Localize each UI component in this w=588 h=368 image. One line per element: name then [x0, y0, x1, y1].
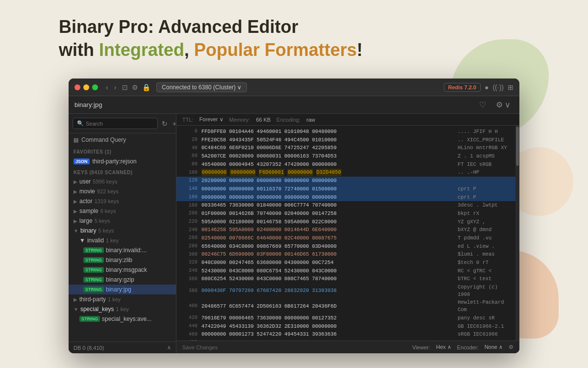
hex-offset: 440	[180, 323, 197, 330]
wifi-icon[interactable]: ((·))	[492, 83, 504, 91]
hex-row[interactable]: 24000146258595A0000024000000014644D6E640…	[176, 226, 515, 234]
viewer-select[interactable]: Hex ∧	[436, 344, 451, 350]
hex-ascii: GB IEC61966-2.1	[458, 323, 512, 330]
toolbar-settings-button[interactable]: ⚙ ∨	[493, 99, 514, 110]
chevron-down-icon: ▼	[74, 228, 78, 234]
search-input[interactable]	[86, 121, 153, 127]
hex-byte: 70740000	[257, 210, 281, 217]
status-gear-icon[interactable]: ⚙	[509, 344, 514, 350]
hex-byte: 00004945	[229, 161, 253, 168]
hex-row[interactable]: 320040C000000247465636800000430000000C72…	[176, 259, 515, 267]
hex-offset: 220	[180, 218, 197, 225]
hex-row[interactable]: 1600000000000000000000000000000000000000…	[176, 193, 515, 202]
chevron-right-icon: ▶	[74, 189, 77, 194]
hex-row[interactable]: 1400000000000000000001163707274000001500…	[176, 185, 515, 193]
tree-item-binary-invalid[interactable]: STRING binary:invalid:...	[69, 245, 176, 255]
back-button[interactable]: ‹	[104, 82, 110, 92]
hex-row[interactable]: 260025400000070666C6464000002C4000000887…	[176, 234, 515, 242]
tree-item-actor[interactable]: ▶ actor 1319 keys	[69, 196, 176, 206]
hex-row[interactable]: 42070616E7900006465736300000000000000127…	[176, 314, 515, 322]
refresh-button[interactable]: ↻	[161, 119, 169, 129]
minimize-button[interactable]	[83, 84, 89, 90]
hex-byte: 47420000	[284, 161, 309, 168]
tree-item-user[interactable]: ▶ user 5996 keys	[69, 177, 176, 186]
hex-byte: 65640000	[201, 243, 226, 250]
user-icon[interactable]: ●	[485, 83, 489, 91]
tree-item-binary-zlib[interactable]: STRING binary:zlib	[69, 255, 176, 265]
forward-button[interactable]: ›	[112, 82, 119, 92]
search-icon: 🔍	[77, 120, 84, 127]
favorites-item[interactable]: JSON third-party:rejson	[69, 156, 176, 167]
json-tag: JSON	[74, 158, 90, 164]
hex-row[interactable]: 1202020000000000000000000000000000000000…	[176, 177, 515, 185]
hex-offset: 200	[180, 210, 197, 217]
tree-item-special-keys-sub[interactable]: STRING special_keys:ave...	[69, 314, 176, 324]
hex-row[interactable]: 8046540000000049454320735247420000000000…	[176, 160, 515, 169]
close-button[interactable]	[74, 84, 80, 90]
hex-row[interactable]: 605A2007CE00020009000600310000616373704D…	[176, 152, 515, 160]
hex-content[interactable]: 0FFD8FFE000104A4649460001010100480048000…	[176, 126, 515, 341]
add-key-button[interactable]: +	[172, 119, 176, 129]
hex-row[interactable]: 360080C625452430000043C0000080C746578740…	[176, 275, 515, 283]
hex-row[interactable]: 4600000000000001273524742204945433139363…	[176, 330, 515, 339]
title-bar-right-icons: ● ((·)) ⊞	[485, 83, 514, 91]
window-icon[interactable]: ⊡	[122, 83, 128, 91]
tree-item-binary[interactable]: ▼ binary 5 keys	[69, 226, 176, 236]
hex-row[interactable]: 3800000436F70797269676874202863292031393…	[176, 283, 515, 298]
hex-row[interactable]: 20001F000000014626B707400000204000000147…	[176, 210, 515, 218]
hex-byte: 00146258	[201, 226, 226, 234]
settings-icon[interactable]: ⚙	[132, 83, 138, 91]
tree-item-large[interactable]: ▶ large 5 keys	[69, 216, 176, 226]
maximize-button[interactable]	[92, 84, 98, 90]
scrollbar[interactable]	[515, 126, 519, 341]
hex-row[interactable]: 400C484C696E6F021000006D6E74725247422058…	[176, 144, 515, 152]
hex-offset: 40	[180, 145, 197, 152]
page-header: Binary Pro: Advanced Editor with Integra…	[0, 0, 588, 72]
hex-row[interactable]: 400204865776C6574742D5061636B61726420436…	[176, 298, 515, 314]
tree-item-special-keys[interactable]: ▼ special_keys 1 key	[69, 304, 176, 314]
sidebar-section: ▤ Command Query FAVORITES (1) JSON third…	[69, 133, 176, 342]
hex-row[interactable]: 0FFD8FFE000104A4649460001010100480048000…	[176, 128, 515, 136]
hex-byte: 01840000	[257, 202, 281, 209]
hex-byte: 0000436F	[201, 287, 226, 294]
hex-row[interactable]: 30000246C756D69000003F8000000146D6561730…	[176, 250, 515, 259]
hex-bytes: FFD8FFE000104A46494600010101004800480000	[201, 128, 454, 135]
hex-byte: 6E6F0210	[229, 144, 253, 152]
tree-item-binary-jpg[interactable]: STRING binary:jpg	[69, 285, 176, 294]
tree-item-movie[interactable]: ▶ movie 922 keys	[69, 186, 176, 196]
hex-byte: 00000000	[284, 315, 309, 322]
encoder-select[interactable]: None ∧	[485, 344, 503, 350]
hex-row[interactable]: 28065640000034C0000008676696577000003D40…	[176, 242, 515, 251]
hex-ascii: pany desc sR	[458, 315, 512, 322]
hex-byte: 01F00000	[201, 210, 226, 217]
ttl-value[interactable]: Forever ∨	[199, 116, 223, 123]
hex-byte: 494C4500	[284, 136, 309, 144]
hex-byte: 78740000	[312, 275, 337, 283]
tree-item-third-party[interactable]: ▶ third-party 1 key	[69, 294, 176, 304]
tree-item-sample[interactable]: ▶ sample 6 keys	[69, 206, 176, 216]
hex-offset: 180	[180, 202, 197, 209]
hex-row[interactable]: 1000000000000000000F6D6000100000000D32D4…	[176, 168, 515, 177]
hex-byte: 034C0000	[229, 243, 253, 250]
lock-icon[interactable]: 🔒	[142, 83, 150, 91]
favorite-button[interactable]: ♡	[476, 99, 489, 110]
hex-row[interactable]: 220595A00000218000000146758595A0000022C0…	[176, 218, 515, 226]
hex-row[interactable]: 440474220494543313936362D322E31000000000…	[176, 322, 515, 331]
search-bar: 🔍 ↻ +	[69, 114, 176, 133]
command-query-item[interactable]: ▤ Command Query	[69, 133, 176, 146]
layout-icon[interactable]: ⊞	[508, 83, 514, 91]
tree-item-invalid[interactable]: ▼ invalid 1 key	[69, 236, 176, 245]
hex-ascii: cprt P	[458, 185, 512, 193]
tree-item-binary-gzip[interactable]: STRING binary:gzip	[69, 275, 176, 285]
hex-byte: 03D40000	[312, 243, 337, 250]
hex-byte: D32D4850	[316, 169, 342, 176]
hex-row[interactable]: 34052430000043C0000080C675452430000043C0…	[176, 267, 515, 275]
hex-byte: 61730000	[312, 251, 337, 258]
connection-badge[interactable]: Connected to 6380 (Cluster) ∨	[156, 82, 247, 92]
hex-row[interactable]: 180003364657363000001840000006C777470740…	[176, 201, 515, 210]
hex-row[interactable]: 20FFE20C584943435F50524F46494C4500010100…	[176, 136, 515, 144]
hex-ascii: RC < gTRC <	[458, 267, 512, 275]
save-changes-button[interactable]: Save Changes	[182, 344, 218, 350]
db-arrow-icon[interactable]: ∧	[167, 344, 171, 351]
tree-item-binary-msgpack[interactable]: STRING binary:msgpack	[69, 265, 176, 275]
